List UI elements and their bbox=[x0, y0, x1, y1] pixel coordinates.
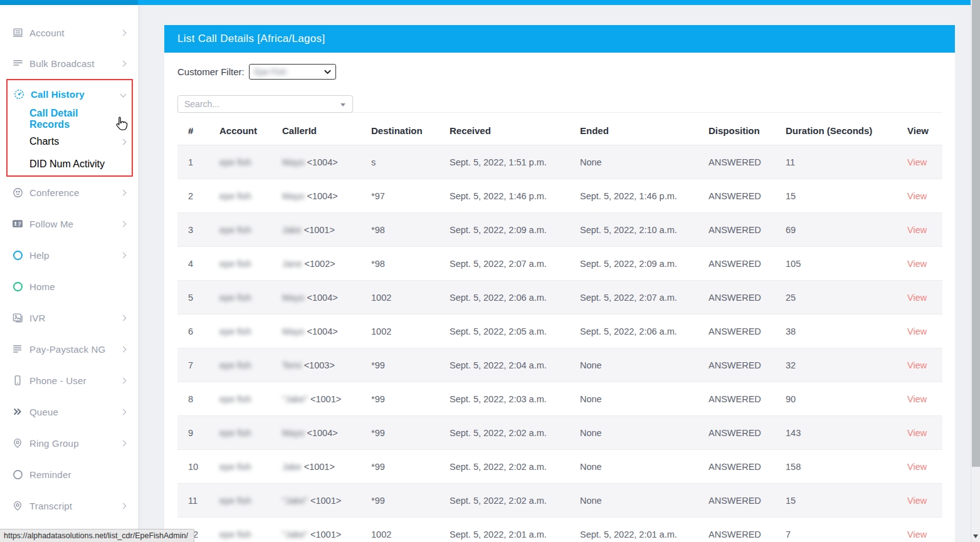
view-link[interactable]: View bbox=[907, 496, 927, 506]
laptop-icon bbox=[11, 27, 24, 39]
cell-account: epe fish bbox=[210, 213, 273, 247]
sidebar-item-call-history[interactable]: Call History bbox=[8, 80, 132, 108]
cell-received: Sept. 5, 2022, 2:02 a.m. bbox=[440, 450, 571, 484]
cell-callerid: Mayo <1004> bbox=[273, 315, 362, 348]
col-header-ended: Ended bbox=[571, 116, 699, 145]
caller-name-redacted-text: "Jake" bbox=[282, 496, 308, 506]
account-redacted-text: epe fish bbox=[219, 259, 251, 269]
dropdown-caret-icon bbox=[340, 103, 345, 107]
cell-callerid: Mayo <1004> bbox=[273, 145, 362, 179]
status-url-text: https://alphadatasolutions.net/list_cdr/… bbox=[4, 531, 188, 540]
table-row: 4 epe fish Jane <1002> *98 Sept. 5, 2022… bbox=[177, 247, 942, 281]
sidebar-item-label: Bulk Broadcast bbox=[29, 58, 95, 69]
cell-ended: None bbox=[571, 382, 699, 416]
customer-filter-select[interactable]: Epe Fish bbox=[249, 64, 336, 80]
cell-disposition: ANSWERED bbox=[699, 247, 776, 281]
speedometer-icon bbox=[13, 88, 25, 100]
cell-destination: *98 bbox=[362, 213, 440, 247]
view-link[interactable]: View bbox=[907, 462, 927, 472]
view-link[interactable]: View bbox=[907, 191, 927, 201]
cell-disposition: ANSWERED bbox=[699, 450, 776, 484]
search-box[interactable] bbox=[177, 95, 353, 113]
account-redacted-text: epe fish bbox=[219, 360, 251, 370]
cell-view: View bbox=[898, 416, 942, 450]
sidebar-item-conference[interactable]: Conference bbox=[0, 177, 138, 208]
cell-num: 4 bbox=[177, 247, 210, 281]
scrollbar-thumb[interactable] bbox=[972, 0, 980, 467]
cell-view: View bbox=[898, 247, 942, 281]
sidebar-item-label: Help bbox=[29, 250, 50, 261]
sidebar-item-charts[interactable]: Charts bbox=[8, 130, 132, 153]
cell-view: View bbox=[898, 450, 942, 484]
sidebar-item-did-num-activity[interactable]: DID Num Activity bbox=[8, 153, 132, 175]
sidebar-item-ivr[interactable]: IVR bbox=[0, 302, 138, 333]
caller-extension: <1004> bbox=[307, 293, 338, 303]
sidebar-item-bulk-broadcast[interactable]: Bulk Broadcast bbox=[0, 48, 138, 79]
cell-account: epe fish bbox=[210, 518, 273, 542]
sidebar-item-home[interactable]: Home bbox=[0, 271, 138, 302]
view-link[interactable]: View bbox=[907, 529, 927, 539]
chevron-right-icon bbox=[120, 409, 127, 415]
scrollbar-down-arrow-icon[interactable] bbox=[973, 534, 978, 538]
sidebar-item-follow-me[interactable]: Follow Me bbox=[0, 208, 138, 239]
table-row: 9 epe fish Mayo <1004> *99 Sept. 5, 2022… bbox=[177, 416, 942, 450]
cell-duration: 38 bbox=[776, 315, 898, 348]
account-redacted-text: epe fish bbox=[219, 394, 251, 404]
page-scrollbar[interactable] bbox=[971, 0, 980, 542]
cell-ended: Sept. 5, 2022, 2:09 a.m. bbox=[571, 247, 699, 281]
cell-duration: 69 bbox=[776, 213, 898, 247]
search-input[interactable] bbox=[184, 99, 329, 109]
sidebar-item-call-detail-records[interactable]: Call Detail Records bbox=[8, 108, 132, 130]
map-pin-icon bbox=[11, 437, 24, 449]
sidebar-subitem-label: Call Detail Records bbox=[29, 108, 115, 130]
main-panel: List Call Details [Africa/Lagos] Custome… bbox=[164, 25, 955, 542]
cell-ended: Sept. 5, 2022, 2:06 a.m. bbox=[571, 315, 699, 348]
cell-received: Sept. 5, 2022, 2:07 a.m. bbox=[440, 247, 571, 281]
caller-name-redacted-text: Mayo bbox=[282, 191, 304, 201]
sidebar-item-account[interactable]: Account bbox=[0, 18, 138, 48]
view-link[interactable]: View bbox=[907, 225, 927, 235]
table-row: 8 epe fish "Jake" <1001> *99 Sept. 5, 20… bbox=[177, 382, 942, 416]
caller-name-redacted-text: Jake bbox=[282, 462, 302, 472]
cell-destination: *99 bbox=[362, 382, 440, 416]
cell-callerid: Mayo <1004> bbox=[273, 179, 362, 213]
sidebar-item-phone-user[interactable]: Phone - User bbox=[0, 365, 138, 396]
view-link[interactable]: View bbox=[907, 293, 927, 303]
table-row: 10 epe fish Jake <1001> *99 Sept. 5, 202… bbox=[177, 450, 942, 484]
view-link[interactable]: View bbox=[907, 360, 927, 370]
cell-received: Sept. 5, 2022, 1:51 p.m. bbox=[440, 145, 571, 179]
cell-received: Sept. 5, 2022, 2:04 a.m. bbox=[440, 348, 571, 382]
cell-received: Sept. 5, 2022, 2:03 a.m. bbox=[440, 382, 571, 416]
chevron-right-icon bbox=[120, 30, 127, 36]
circle-blue-icon bbox=[11, 249, 24, 261]
sidebar-item-queue[interactable]: Queue bbox=[0, 396, 138, 427]
col-header-num: # bbox=[177, 116, 210, 145]
cell-destination: *99 bbox=[362, 450, 440, 484]
cell-duration: 90 bbox=[776, 382, 898, 416]
cell-duration: 25 bbox=[776, 281, 898, 315]
map-pin-icon bbox=[11, 499, 24, 512]
caller-extension: <1001> bbox=[310, 394, 341, 404]
list-lines-icon bbox=[11, 58, 24, 70]
caller-name-redacted-text: "Jake" bbox=[282, 529, 308, 539]
view-link[interactable]: View bbox=[907, 326, 927, 336]
caller-extension: <1004> bbox=[307, 157, 338, 167]
sidebar-item-label: Account bbox=[29, 28, 65, 38]
cell-ended: None bbox=[571, 450, 699, 484]
col-header-duration: Duration (Seconds) bbox=[776, 116, 898, 145]
cell-duration: 158 bbox=[776, 450, 898, 484]
sidebar-item-reminder[interactable]: Reminder bbox=[0, 459, 138, 490]
sidebar-item-pay-paystack-ng[interactable]: Pay-Paystack NG bbox=[0, 333, 138, 365]
sidebar-item-transcript[interactable]: Transcript bbox=[0, 490, 138, 521]
cell-received: Sept. 5, 2022, 2:01 a.m. bbox=[440, 518, 571, 542]
cell-view: View bbox=[898, 484, 942, 518]
view-link[interactable]: View bbox=[907, 394, 927, 404]
sidebar-item-help[interactable]: Help bbox=[0, 239, 138, 271]
view-link[interactable]: View bbox=[907, 157, 927, 167]
sidebar-item-label: Queue bbox=[29, 407, 58, 417]
cell-num: 9 bbox=[177, 416, 210, 450]
sidebar-item-ring-group[interactable]: Ring Group bbox=[0, 427, 138, 459]
view-link[interactable]: View bbox=[907, 259, 927, 269]
view-link[interactable]: View bbox=[907, 428, 927, 438]
cell-view: View bbox=[898, 179, 942, 213]
